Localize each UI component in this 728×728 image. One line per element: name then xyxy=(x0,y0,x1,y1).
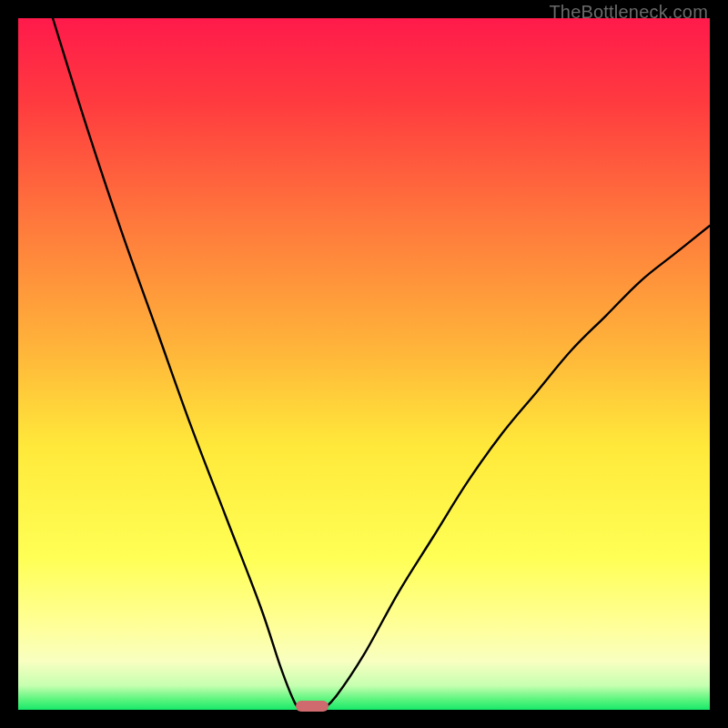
chart-curves xyxy=(18,18,710,710)
curve-right-arm xyxy=(322,226,710,710)
min-marker xyxy=(296,701,329,712)
chart-frame xyxy=(18,18,710,710)
curve-left-arm xyxy=(53,18,302,710)
